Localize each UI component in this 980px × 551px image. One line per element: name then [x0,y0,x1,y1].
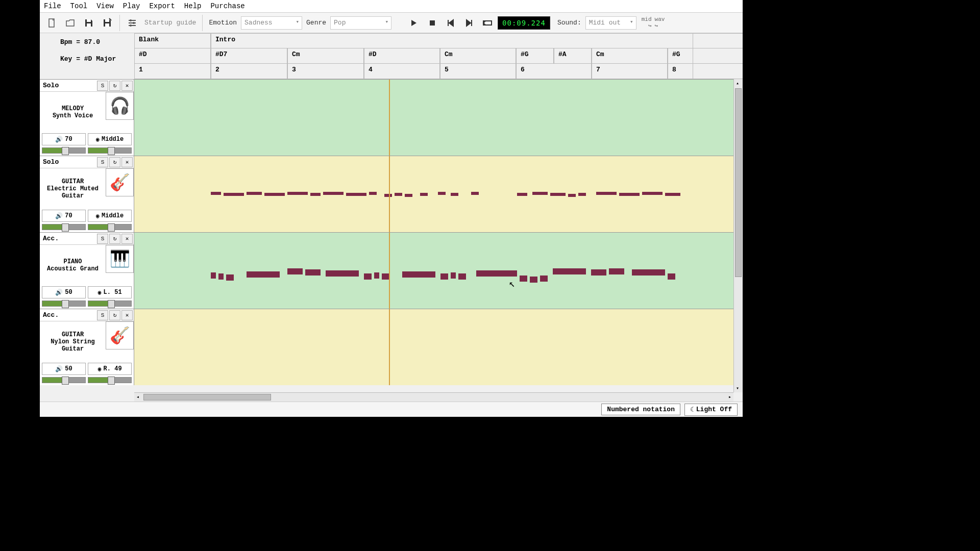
stop-icon[interactable] [424,15,440,31]
menu-view[interactable]: View [96,2,114,10]
instrument-icon[interactable]: 🎸 [106,321,134,349]
chord-cell[interactable]: #A [554,48,592,63]
chord-cell[interactable]: #G [668,48,693,63]
chord-cell[interactable]: #D7 [211,48,287,63]
solo-button[interactable]: S [97,81,108,91]
note[interactable] [476,270,517,277]
note[interactable] [369,192,377,195]
open-file-icon[interactable] [62,15,79,31]
pan-slider[interactable] [88,377,132,383]
note[interactable] [632,269,665,276]
chord-cell[interactable]: #D [134,48,211,63]
refresh-button[interactable]: ↻ [109,310,120,320]
bar-cell[interactable]: 2 [211,64,287,79]
solo-button[interactable]: S [97,310,108,320]
note[interactable] [323,192,344,195]
solo-button[interactable]: S [97,157,108,167]
export-mid-icon[interactable]: ↪ [648,22,652,29]
range-box[interactable]: ◉Middle [88,133,132,145]
chord-cell[interactable]: Cm [592,48,668,63]
bar-cell[interactable]: 1 [134,64,211,79]
volume-box[interactable]: 🔊70 [42,133,86,145]
refresh-button[interactable]: ↻ [109,81,120,91]
volume-box[interactable]: 🔊50 [42,286,86,298]
save-as-icon[interactable] [99,15,115,31]
bar-cell[interactable]: 7 [592,64,668,79]
note[interactable] [382,273,389,280]
volume-slider[interactable] [42,147,86,154]
note[interactable] [553,268,586,274]
sound-select[interactable]: Midi out [585,16,636,30]
note[interactable] [405,194,412,197]
chord-cell[interactable]: #G [516,48,554,63]
pan-slider[interactable] [88,224,132,230]
note[interactable] [596,192,617,195]
volume-slider[interactable] [42,224,86,230]
track-lane[interactable] [134,233,743,309]
note[interactable] [458,273,466,280]
instrument-icon[interactable]: 🎸 [106,168,134,196]
section-cell[interactable]: Intro [211,34,693,48]
bar-cell[interactable]: 6 [516,64,592,79]
note[interactable] [578,193,586,196]
note[interactable] [287,192,308,195]
light-off-button[interactable]: ☾Light Off [684,404,738,416]
note[interactable] [211,272,216,279]
track-lane[interactable] [134,156,743,232]
bar-cell[interactable]: 8 [668,64,693,79]
note[interactable] [520,276,527,282]
bar-cell[interactable]: 3 [287,64,364,79]
menu-play[interactable]: Play [123,2,140,10]
menu-tool[interactable]: Tool [70,2,88,10]
note[interactable] [440,273,448,280]
section-cell[interactable]: Blank [134,34,211,48]
volume-slider[interactable] [42,377,86,383]
volume-slider[interactable] [42,300,86,307]
note[interactable] [218,273,224,280]
pan-slider[interactable] [88,147,132,154]
note[interactable] [540,276,548,282]
note[interactable] [642,192,663,195]
note[interactable] [346,193,366,196]
note[interactable] [305,269,321,276]
note[interactable] [517,193,527,196]
vertical-scrollbar[interactable] [733,79,743,392]
note[interactable] [264,193,285,196]
refresh-button[interactable]: ↻ [109,234,120,244]
new-file-icon[interactable] [44,15,60,31]
note[interactable] [247,192,262,195]
track-lane[interactable] [134,309,743,385]
notation-button[interactable]: Numbered notation [601,404,680,415]
note[interactable] [224,193,244,196]
note[interactable] [619,193,640,196]
menu-help[interactable]: Help [184,2,202,10]
menu-export[interactable]: Export [149,2,175,10]
note[interactable] [364,273,372,280]
note[interactable] [438,192,446,195]
export-wav-icon[interactable]: ↪ [655,22,658,29]
note[interactable] [247,271,280,278]
loop-icon[interactable] [479,15,496,31]
note[interactable] [395,193,402,196]
range-box[interactable]: ◉L. 51 [88,286,132,298]
refresh-button[interactable]: ↻ [109,157,120,167]
scroll-thumb[interactable] [735,88,742,277]
instrument-icon[interactable]: 🎹 [106,245,134,273]
chord-cell[interactable]: Cm [440,48,516,63]
track-lane[interactable] [134,80,743,156]
range-box[interactable]: ◉Middle [88,210,132,222]
note[interactable] [591,269,606,276]
chord-cell[interactable]: #D [364,48,440,63]
prev-icon[interactable] [443,15,459,31]
pan-slider[interactable] [88,300,132,307]
note[interactable] [211,192,221,195]
note[interactable] [451,193,458,196]
bar-cell[interactable]: 5 [440,64,516,79]
settings-icon[interactable] [124,15,140,31]
close-button[interactable]: ✕ [121,157,133,167]
note[interactable] [568,194,576,197]
note[interactable] [530,277,537,283]
note[interactable] [384,194,392,197]
note[interactable] [609,268,624,274]
note[interactable] [287,268,303,274]
